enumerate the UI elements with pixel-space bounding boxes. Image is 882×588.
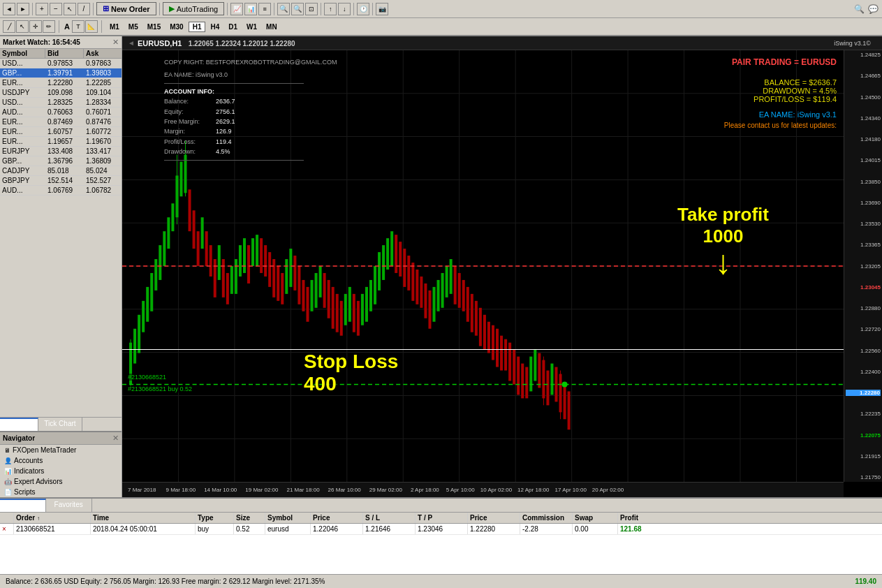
- svg-rect-49: [230, 266, 233, 294]
- tb-down[interactable]: ↓: [338, 3, 351, 15]
- mw-row-cadjpy[interactable]: CADJPY 85.018 85.024: [0, 166, 122, 176]
- toolbar-btn-6[interactable]: /: [78, 3, 90, 15]
- tf-d1[interactable]: D1: [224, 22, 242, 32]
- svg-rect-76: [344, 294, 347, 325]
- sep6: [321, 3, 321, 15]
- tab-symbols[interactable]: Symbols: [0, 418, 38, 431]
- nav-fxopen-icon: 🖥: [4, 447, 10, 454]
- svg-rect-127: [554, 367, 557, 402]
- tab-tickchart[interactable]: Tick Chart: [38, 418, 82, 431]
- tf-m15[interactable]: M15: [143, 22, 165, 32]
- autotrading-button[interactable]: ▶ AutoTrading: [163, 2, 225, 15]
- tb-chart-btn3[interactable]: ≡: [258, 3, 271, 15]
- tb-screenshot[interactable]: 📷: [376, 3, 388, 15]
- mw-row-eur3[interactable]: EUR... 1.60757 1.60772: [0, 127, 122, 137]
- col-symbol: Symbol: [0, 49, 45, 58]
- nav-item-scripts[interactable]: 📄 Scripts: [0, 487, 122, 497]
- tb-chat-icon[interactable]: 💬: [867, 3, 879, 15]
- tb-draw-tool[interactable]: ✏: [43, 20, 55, 33]
- mw-row-gbpjpy[interactable]: GBPJPY 152.514 152.527: [0, 176, 122, 186]
- tb-draw-line[interactable]: ╱: [3, 20, 15, 33]
- mw-close-btn[interactable]: ✕: [112, 38, 119, 47]
- margin-label: Margin:: [164, 126, 213, 136]
- pair-trading-label: PAIR TRADING = EURUSD: [724, 57, 837, 67]
- tf-h1[interactable]: H1: [189, 22, 206, 32]
- tf-h4[interactable]: H4: [206, 22, 223, 32]
- mw-row-eurjpy[interactable]: EURJPY 133.408 133.417: [0, 147, 122, 156]
- mw-row-usdjpy[interactable]: USDJPY 109.098 109.104: [0, 88, 122, 98]
- nav-item-accounts[interactable]: 👤 Accounts: [0, 455, 122, 466]
- price-6: 1.24015: [846, 157, 881, 163]
- nav-item-indicators[interactable]: 📊 Indicators: [0, 466, 122, 476]
- nav-item-experts[interactable]: 🤖 Expert Advisors: [0, 476, 122, 487]
- svg-rect-82: [369, 280, 372, 311]
- order-row-1[interactable]: × 2130668521 2018.04.24 05:00:01 buy 0.5…: [0, 524, 882, 535]
- tb-zoom-in[interactable]: 🔍: [277, 3, 290, 15]
- svg-rect-90: [403, 249, 406, 287]
- mw-row-eur2[interactable]: EUR... 0.87469 0.87476: [0, 117, 122, 127]
- price-8: 1.23690: [846, 200, 881, 206]
- toolbar-btn-4[interactable]: −: [50, 3, 62, 15]
- mw-row-eur4[interactable]: EUR... 1.19657 1.19670: [0, 137, 122, 147]
- tb-chart-btn2[interactable]: 📊: [244, 3, 257, 15]
- tb-up[interactable]: ↑: [324, 3, 337, 15]
- new-order-label: New Order: [111, 5, 150, 13]
- svg-rect-73: [332, 287, 335, 329]
- svg-rect-113: [500, 336, 503, 371]
- toolbar-btn-5[interactable]: ↖: [64, 3, 76, 15]
- toolbar-btn-2[interactable]: ►: [17, 3, 29, 15]
- autotrading-label: AutoTrading: [177, 5, 219, 13]
- mw-tabs: Symbols Tick Chart: [0, 417, 122, 431]
- mw-row-usd2[interactable]: USD... 1.28325 1.28334: [0, 98, 122, 108]
- tf-m5[interactable]: M5: [124, 22, 142, 32]
- nav-close-btn[interactable]: ✕: [112, 434, 119, 443]
- svg-rect-55: [256, 235, 258, 266]
- mw-row-eur[interactable]: EUR... 1.22280 1.22285: [0, 78, 122, 88]
- time-5: 21 Mar 18:00: [282, 487, 323, 493]
- svg-rect-56: [260, 238, 263, 273]
- tab-common[interactable]: Common: [0, 499, 46, 512]
- svg-rect-101: [450, 259, 453, 294]
- svg-rect-78: [353, 294, 355, 332]
- tb-period[interactable]: 🕐: [357, 3, 369, 15]
- tb-fib-tool[interactable]: 📐: [85, 20, 98, 33]
- toolbar-btn-3[interactable]: +: [36, 3, 48, 15]
- mw-row-gbp2[interactable]: GBP... 1.36796 1.36809: [0, 156, 122, 166]
- drawdown-value: 4.5%: [216, 147, 230, 156]
- mw-row-aud2[interactable]: AUD... 1.06769 1.06782: [0, 186, 122, 196]
- svg-rect-104: [462, 280, 465, 311]
- svg-rect-125: [546, 371, 549, 406]
- mw-row-usd[interactable]: USD... 0.97853 0.97863: [0, 59, 122, 68]
- mw-row-aud[interactable]: AUD... 0.76063 0.76071: [0, 108, 122, 117]
- tab-favorites[interactable]: Favorites: [46, 499, 92, 512]
- tf-m1[interactable]: M1: [105, 22, 124, 32]
- nav-item-fxopen[interactable]: 🖥 FXOpen MetaTrader: [0, 445, 122, 455]
- chart-area[interactable]: ◄ EURUSD,H1 1.22065 1.22324 1.22012 1.22…: [122, 36, 882, 497]
- tb-text-tool[interactable]: T: [72, 20, 84, 33]
- chart-symbol-label: EURUSD,H1 1.22065 1.22324 1.22012 1.2228…: [138, 39, 295, 47]
- tb-chart-btn1[interactable]: 📈: [230, 3, 243, 15]
- price-5: 1.24180: [846, 136, 881, 142]
- svg-rect-105: [466, 287, 469, 322]
- toolbar-row2: ╱ ↖ ✛ ✏ A T 📐 M1 M5 M15 M30 H1 H4 D1 W1 …: [0, 18, 882, 36]
- tb-draw-cursor[interactable]: ↖: [16, 20, 29, 33]
- profitloss-label: Profit/Loss:: [164, 137, 213, 147]
- nav-fxopen-label: FXOpen MetaTrader: [13, 446, 76, 454]
- tf-m30[interactable]: M30: [166, 22, 187, 32]
- mw-ask-eur: 1.22285: [84, 78, 122, 87]
- svg-rect-66: [302, 280, 304, 311]
- svg-rect-45: [214, 259, 216, 297]
- oh-profit: Profit: [618, 513, 670, 523]
- svg-rect-131: [568, 391, 571, 429]
- tb-zoom-out[interactable]: 🔍: [291, 3, 304, 15]
- new-order-button[interactable]: ⊞ New Order: [96, 2, 156, 15]
- mw-row-gbp[interactable]: GBP... 1.39791 1.39803: [0, 68, 122, 78]
- tf-mn[interactable]: MN: [262, 22, 281, 32]
- nav-indicators-label: Indicators: [14, 467, 44, 475]
- toolbar-btn-1[interactable]: ◄: [3, 3, 15, 15]
- tb-search-icon[interactable]: 🔍: [853, 3, 865, 15]
- tf-w1[interactable]: W1: [242, 22, 261, 32]
- tb-draw-cross[interactable]: ✛: [29, 20, 42, 33]
- price-3: 1.24500: [846, 94, 881, 101]
- tb-fit[interactable]: ⊡: [305, 3, 318, 15]
